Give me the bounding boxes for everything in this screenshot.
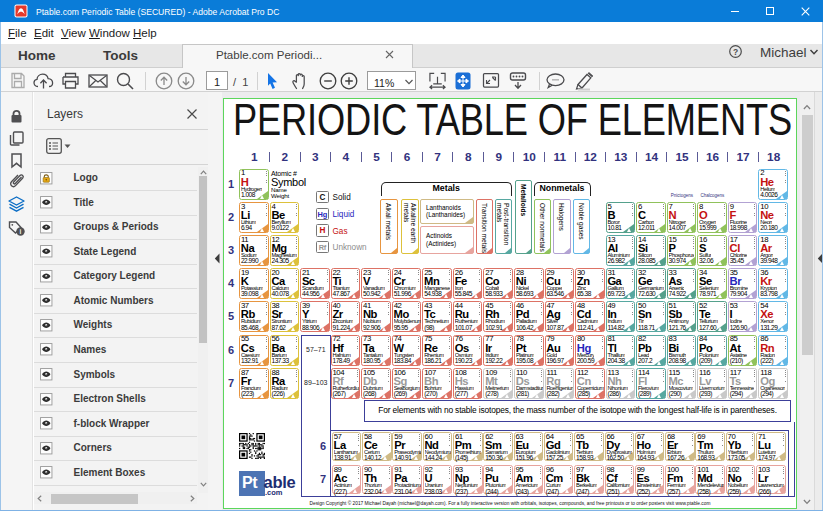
svg-text:i: i (20, 228, 22, 235)
svg-text:?: ? (733, 47, 738, 57)
